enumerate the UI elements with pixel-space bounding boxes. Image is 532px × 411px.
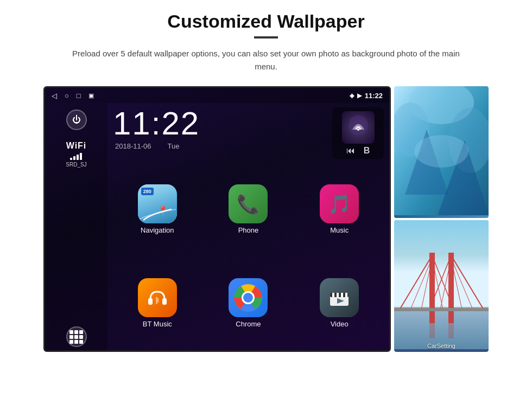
home-nav-icon[interactable]: ○ xyxy=(65,92,69,100)
wifi-bar-3 xyxy=(77,155,79,160)
track-label: B xyxy=(364,146,370,156)
wifi-label: WiFi xyxy=(66,141,86,151)
media-controls: ⏮ B xyxy=(346,146,370,156)
svg-rect-35 xyxy=(394,308,489,311)
app-item-chrome[interactable]: Chrome xyxy=(204,258,293,350)
media-icon xyxy=(342,111,375,144)
app-item-btmusic[interactable]: BT Music xyxy=(113,258,202,350)
car-setting-label: CarSetting xyxy=(427,343,455,349)
phone-icon: 📞 xyxy=(229,184,268,223)
sidebar: ⏻ WiFi SRD_SJ xyxy=(45,103,107,352)
media-widget: ⏮ B xyxy=(332,107,384,159)
navigation-label: Navigation xyxy=(141,226,174,234)
wallpaper-thumbnails: CarSetting xyxy=(394,86,489,352)
prev-track-icon[interactable]: ⏮ xyxy=(346,146,355,156)
status-bar: ◁ ○ □ ▣ ◈ ▶ 11:22 xyxy=(45,88,389,103)
wifi-ssid: SRD_SJ xyxy=(66,162,86,168)
svg-rect-10 xyxy=(337,293,339,297)
svg-rect-37 xyxy=(448,311,454,338)
btmusic-icon xyxy=(138,278,177,317)
app-item-music[interactable]: 🎵 Music xyxy=(295,163,384,255)
ice-cave-svg xyxy=(394,86,489,215)
svg-rect-12 xyxy=(345,293,347,297)
clock-row: 11:22 2018-11-06 Tue xyxy=(113,107,384,159)
btmusic-label: BT Music xyxy=(143,320,172,328)
apps-button[interactable] xyxy=(66,326,87,347)
wallpaper-thumb-ice[interactable] xyxy=(394,86,489,218)
svg-rect-2 xyxy=(148,298,153,305)
grid-dot xyxy=(74,335,78,339)
page-container: Customized Wallpaper Preload over 5 defa… xyxy=(0,0,532,411)
clock-section: 11:22 2018-11-06 Tue xyxy=(113,107,200,150)
svg-point-1 xyxy=(357,129,359,131)
video-label: Video xyxy=(331,320,349,328)
video-icon xyxy=(320,278,359,317)
grid-dot xyxy=(79,335,83,339)
phone-label: Phone xyxy=(238,226,259,234)
power-icon: ⏻ xyxy=(72,115,81,125)
screenshot-nav-icon: ▣ xyxy=(88,92,94,99)
page-title: Customized Wallpaper xyxy=(167,11,364,32)
app-item-navigation[interactable]: 280 📍 Navigation xyxy=(113,163,202,255)
music-emoji: 🎵 xyxy=(328,193,351,215)
clapper-svg xyxy=(326,284,353,311)
status-bar-right: ◈ ▶ 11:22 xyxy=(350,92,383,100)
signal-icon: ▶ xyxy=(357,92,362,99)
apps-grid-icon xyxy=(69,330,83,344)
cast-icon xyxy=(347,114,369,140)
wifi-bar-1 xyxy=(70,158,72,160)
phone-frame-wrapper: ◁ ○ □ ▣ ◈ ▶ 11:22 ⏻ xyxy=(43,86,489,352)
chrome-svg xyxy=(234,284,262,312)
bluetooth-headphone-svg xyxy=(145,285,170,310)
grid-dot xyxy=(79,340,83,344)
wifi-bar-2 xyxy=(73,156,75,160)
svg-point-6 xyxy=(243,293,253,303)
grid-dot xyxy=(74,340,78,344)
svg-rect-36 xyxy=(429,311,435,338)
status-bar-left: ◁ ○ □ ▣ xyxy=(52,92,94,100)
phone-screen: ◁ ○ □ ▣ ◈ ▶ 11:22 ⏻ xyxy=(43,86,391,352)
music-icon: 🎵 xyxy=(320,184,359,223)
phone-emoji: 📞 xyxy=(237,193,259,215)
clock-day: Tue xyxy=(168,142,180,150)
clock-time: 11:22 xyxy=(113,107,200,140)
music-label: Music xyxy=(330,226,349,234)
back-nav-icon[interactable]: ◁ xyxy=(52,92,57,100)
app-grid: 280 📍 Navigation xyxy=(113,163,384,349)
clock-date-row: 2018-11-06 Tue xyxy=(113,142,200,150)
grid-dot xyxy=(74,330,78,334)
wifi-bars xyxy=(66,152,86,160)
svg-rect-9 xyxy=(332,293,334,297)
recent-nav-icon[interactable]: □ xyxy=(77,92,81,100)
title-divider xyxy=(254,36,278,38)
navigation-icon: 280 📍 xyxy=(138,184,177,223)
nav-badge: 280 xyxy=(141,188,154,195)
chrome-label: Chrome xyxy=(236,320,261,328)
power-button[interactable]: ⏻ xyxy=(66,110,87,130)
app-item-video[interactable]: Video xyxy=(295,258,384,350)
wifi-bar-4 xyxy=(80,153,82,160)
grid-dot xyxy=(69,330,73,334)
location-icon: ◈ xyxy=(350,92,354,99)
grid-dot xyxy=(69,340,73,344)
screen-body: ⏻ WiFi SRD_SJ xyxy=(45,103,389,352)
clock-date: 2018-11-06 xyxy=(115,142,151,150)
wifi-widget: WiFi SRD_SJ xyxy=(66,141,86,168)
svg-rect-3 xyxy=(162,298,167,305)
status-time: 11:22 xyxy=(365,92,383,100)
app-item-phone[interactable]: 📞 Phone xyxy=(204,163,293,255)
svg-rect-11 xyxy=(341,293,343,297)
grid-dot xyxy=(79,330,83,334)
bridge-svg xyxy=(394,220,489,349)
wallpaper-thumb-bridge[interactable]: CarSetting xyxy=(394,220,489,352)
chrome-icon xyxy=(229,278,268,317)
grid-dot xyxy=(69,335,73,339)
page-subtitle: Preload over 5 default wallpaper options… xyxy=(71,47,461,73)
svg-point-20 xyxy=(414,135,468,168)
center-area: 11:22 2018-11-06 Tue xyxy=(107,103,389,352)
